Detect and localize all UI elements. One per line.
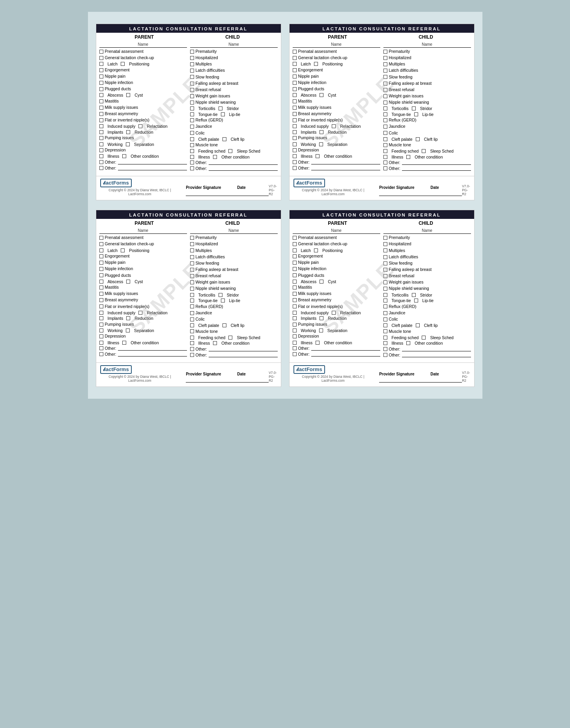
checkbox[interactable]	[383, 161, 387, 164]
checkbox[interactable]	[190, 242, 194, 246]
checkbox[interactable]	[293, 93, 297, 97]
checkbox[interactable]	[383, 137, 387, 141]
checkbox[interactable]	[293, 286, 297, 289]
checkbox[interactable]	[99, 56, 103, 60]
checkbox[interactable]	[293, 346, 297, 350]
checkbox[interactable]	[383, 118, 387, 122]
checkbox[interactable]	[190, 106, 194, 110]
checkbox[interactable]	[293, 166, 297, 170]
checkbox[interactable]	[219, 106, 222, 110]
checkbox[interactable]	[293, 280, 297, 284]
checkbox[interactable]	[383, 274, 387, 278]
checkbox[interactable]	[383, 56, 387, 60]
checkbox[interactable]	[138, 124, 142, 128]
checkbox[interactable]	[293, 106, 297, 110]
checkbox[interactable]	[190, 166, 194, 170]
checkbox[interactable]	[293, 236, 297, 240]
checkbox[interactable]	[122, 341, 126, 345]
checkbox[interactable]	[383, 304, 387, 308]
checkbox[interactable]	[383, 287, 387, 291]
checkbox[interactable]	[320, 93, 323, 97]
checkbox[interactable]	[190, 311, 194, 315]
checkbox[interactable]	[383, 125, 387, 129]
checkbox[interactable]	[228, 149, 232, 153]
checkbox[interactable]	[383, 242, 387, 246]
checkbox[interactable]	[99, 280, 103, 284]
checkbox[interactable]	[99, 352, 103, 356]
checkbox[interactable]	[383, 236, 387, 240]
checkbox[interactable]	[99, 334, 103, 338]
checkbox[interactable]	[383, 261, 387, 265]
checkbox[interactable]	[190, 341, 194, 345]
checkbox[interactable]	[293, 242, 297, 246]
checkbox[interactable]	[293, 56, 297, 60]
checkbox[interactable]	[332, 311, 336, 315]
checkbox[interactable]	[319, 142, 323, 146]
checkbox[interactable]	[293, 160, 297, 164]
checkbox[interactable]	[383, 317, 387, 321]
checkbox[interactable]	[122, 154, 126, 158]
checkbox[interactable]	[406, 155, 410, 159]
checkbox[interactable]	[383, 347, 387, 351]
checkbox[interactable]	[383, 248, 387, 252]
checkbox[interactable]	[99, 166, 103, 170]
checkbox[interactable]	[383, 311, 387, 315]
checkbox[interactable]	[412, 106, 416, 110]
checkbox[interactable]	[99, 267, 103, 271]
checkbox[interactable]	[126, 93, 130, 97]
checkbox[interactable]	[190, 304, 194, 308]
checkbox[interactable]	[126, 130, 130, 134]
checkbox[interactable]	[99, 93, 103, 97]
checkbox[interactable]	[190, 56, 194, 60]
checkbox[interactable]	[383, 155, 387, 159]
checkbox[interactable]	[99, 329, 103, 332]
checkbox[interactable]	[293, 112, 297, 116]
checkbox[interactable]	[190, 255, 194, 259]
checkbox[interactable]	[99, 106, 103, 110]
checkbox[interactable]	[190, 329, 194, 333]
checkbox[interactable]	[190, 280, 194, 284]
checkbox[interactable]	[293, 298, 297, 302]
checkbox[interactable]	[138, 311, 142, 315]
checkbox[interactable]	[293, 68, 297, 72]
checkbox[interactable]	[190, 118, 194, 122]
checkbox[interactable]	[190, 299, 194, 302]
checkbox[interactable]	[190, 94, 194, 98]
checkbox[interactable]	[190, 347, 194, 351]
checkbox[interactable]	[416, 323, 420, 327]
checkbox[interactable]	[383, 82, 387, 86]
checkbox[interactable]	[126, 280, 130, 284]
checkbox[interactable]	[190, 112, 194, 116]
checkbox[interactable]	[190, 155, 194, 159]
checkbox[interactable]	[99, 130, 103, 134]
checkbox[interactable]	[383, 149, 387, 153]
checkbox[interactable]	[190, 248, 194, 252]
checkbox[interactable]	[293, 341, 297, 345]
checkbox[interactable]	[190, 236, 194, 240]
checkbox[interactable]	[383, 143, 387, 147]
checkbox[interactable]	[383, 336, 387, 340]
checkbox[interactable]	[99, 292, 103, 296]
checkbox[interactable]	[293, 148, 297, 152]
checkbox[interactable]	[293, 329, 297, 332]
checkbox[interactable]	[414, 299, 418, 302]
checkbox[interactable]	[190, 88, 194, 92]
checkbox[interactable]	[190, 323, 194, 327]
checkbox[interactable]	[383, 101, 387, 105]
checkbox[interactable]	[99, 346, 103, 350]
checkbox[interactable]	[126, 316, 130, 320]
checkbox[interactable]	[383, 106, 387, 110]
checkbox[interactable]	[383, 88, 387, 92]
checkbox[interactable]	[99, 112, 103, 116]
checkbox[interactable]	[99, 323, 103, 327]
checkbox[interactable]	[190, 293, 194, 297]
checkbox[interactable]	[383, 131, 387, 135]
checkbox[interactable]	[99, 261, 103, 265]
checkbox[interactable]	[293, 304, 297, 308]
checkbox[interactable]	[190, 274, 194, 278]
checkbox[interactable]	[190, 50, 194, 54]
checkbox[interactable]	[293, 261, 297, 265]
checkbox[interactable]	[293, 99, 297, 103]
checkbox[interactable]	[293, 334, 297, 338]
checkbox[interactable]	[99, 298, 103, 302]
